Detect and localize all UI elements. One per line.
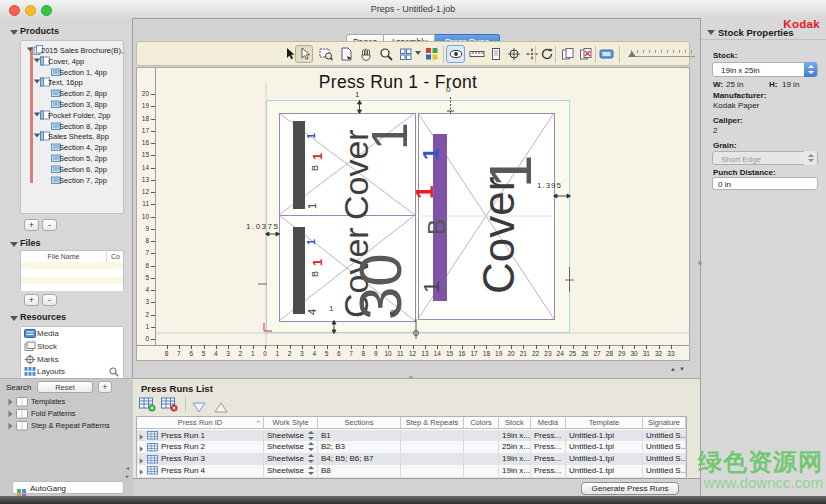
cell-colors[interactable] bbox=[464, 430, 499, 442]
delete-pages-icon[interactable] bbox=[579, 47, 593, 61]
panel-resize-handle[interactable] bbox=[698, 261, 702, 265]
add-search-button[interactable]: + bbox=[98, 381, 112, 393]
pattern-item-templates[interactable]: Templates bbox=[0, 396, 133, 408]
cell-colors[interactable] bbox=[464, 465, 499, 477]
press-run-row[interactable]: Press Run 1SheetwiseB119in x...Press...U… bbox=[137, 430, 686, 442]
move-up-icon[interactable] bbox=[214, 399, 228, 417]
measure-ruler-icon[interactable] bbox=[469, 47, 483, 61]
cell-id[interactable]: Press Run 3 bbox=[137, 453, 264, 465]
column-header-step_repeats[interactable]: Step & Repeats bbox=[401, 417, 464, 429]
cell-signature[interactable]: Untitled S.. bbox=[643, 453, 686, 465]
resources-disclosure-icon[interactable] bbox=[10, 316, 18, 321]
direct-select-arrow-icon[interactable] bbox=[298, 47, 312, 61]
cell-stock[interactable]: 19in x... bbox=[499, 453, 531, 465]
canvas-scroll-up-icon[interactable]: ▲ bbox=[670, 366, 676, 372]
remove-product-button[interactable]: - bbox=[42, 219, 57, 231]
column-header-sections[interactable]: Sections bbox=[318, 417, 401, 429]
cell-work_style[interactable]: Sheetwise bbox=[264, 441, 318, 453]
press-run-row[interactable]: Press Run 3SheetwiseB4; B5; B6; B719in x… bbox=[137, 453, 686, 465]
cell-work_style[interactable]: Sheetwise bbox=[264, 465, 318, 477]
cell-stock[interactable]: 19in x... bbox=[499, 430, 531, 442]
refresh-icon[interactable] bbox=[540, 47, 554, 61]
column-header-id[interactable]: Press Run ID^ bbox=[137, 417, 264, 429]
cell-id[interactable]: Press Run 1 bbox=[137, 430, 264, 442]
add-file-button[interactable]: + bbox=[24, 294, 39, 306]
panel-scroll-right-icon[interactable]: ▸ bbox=[126, 473, 129, 479]
tree-item-section-1-4pp[interactable]: Section 1, 4pp bbox=[21, 67, 123, 78]
registration-target-icon[interactable] bbox=[507, 47, 521, 61]
center-marks-icon[interactable] bbox=[525, 47, 539, 61]
canvas-scroll-down-icon[interactable]: ▼ bbox=[679, 366, 685, 372]
tree-item-pocket-folder-2pp[interactable]: Pocket Folder, 2pp bbox=[21, 110, 123, 121]
cell-signature[interactable]: Untitled S.. bbox=[643, 441, 686, 453]
grain-select[interactable]: Short Edge bbox=[712, 151, 818, 165]
cell-template[interactable]: Untitled-1.tpl bbox=[566, 430, 643, 442]
column-header-media[interactable]: Media bbox=[531, 417, 566, 429]
cell-colors[interactable] bbox=[464, 453, 499, 465]
row-disclosure-icon[interactable] bbox=[140, 458, 144, 464]
cell-template[interactable]: Untitled-1.tpl bbox=[566, 453, 643, 465]
sheet-nav-icon[interactable] bbox=[599, 47, 613, 61]
hand-tool-icon[interactable] bbox=[359, 47, 373, 61]
cell-media[interactable]: Press... bbox=[531, 453, 566, 465]
tree-item-section-4-2pp[interactable]: Section 4, 2pp bbox=[21, 142, 123, 153]
page-view-icon[interactable] bbox=[489, 47, 503, 61]
pattern-disclosure-icon[interactable] bbox=[9, 399, 13, 405]
cell-work_style[interactable]: Sheetwise bbox=[264, 453, 318, 465]
delete-press-run-icon[interactable] bbox=[161, 397, 179, 416]
punch-distance-input[interactable]: 0 in bbox=[712, 177, 818, 190]
cell-colors[interactable] bbox=[464, 441, 499, 453]
cell-sections[interactable]: B1 bbox=[318, 430, 401, 442]
pattern-item-fold-patterns[interactable]: Fold Patterns bbox=[0, 408, 133, 420]
tree-item-section-6-2pp[interactable]: Section 6, 2pp bbox=[21, 164, 123, 175]
tree-item-section-5-2pp[interactable]: Section 5, 2pp bbox=[21, 153, 123, 164]
tree-item-section-3-8pp[interactable]: Section 3, 8pp bbox=[21, 99, 123, 110]
files-disclosure-icon[interactable] bbox=[10, 242, 18, 247]
reset-search-button[interactable]: Reset bbox=[37, 381, 93, 393]
tree-item-sales-sheets-8pp[interactable]: Sales Sheets, 8pp bbox=[21, 131, 123, 142]
stock-properties-disclosure-icon[interactable] bbox=[707, 30, 715, 35]
pattern-item-step-repeat-patterns[interactable]: Step & Repeat Patterns bbox=[0, 420, 133, 432]
stock-stepper-icon[interactable] bbox=[804, 62, 817, 77]
zoom-tool-icon[interactable] bbox=[379, 47, 393, 61]
work-style-stepper-icon[interactable] bbox=[308, 454, 314, 463]
page-tool-icon[interactable] bbox=[339, 47, 353, 61]
cell-stock[interactable]: 19in x... bbox=[499, 465, 531, 477]
preview-eye-icon[interactable] bbox=[449, 47, 463, 61]
cell-template[interactable]: Untitled-1.tpl bbox=[566, 465, 643, 477]
zoom-slider[interactable] bbox=[629, 56, 695, 57]
tree-item-section-7-2pp[interactable]: Section 7, 2pp bbox=[21, 175, 123, 186]
cell-id[interactable]: Press Run 2 bbox=[137, 441, 264, 453]
cell-work_style[interactable]: Sheetwise bbox=[264, 430, 318, 442]
tree-item-section-2-8pp[interactable]: Section 2, 8pp bbox=[21, 88, 123, 99]
cell-signature[interactable]: Untitled S.. bbox=[643, 465, 686, 477]
cell-sections[interactable]: B2; B3 bbox=[318, 441, 401, 453]
select-arrow-icon[interactable] bbox=[283, 47, 297, 61]
cell-sections[interactable]: B8 bbox=[318, 465, 401, 477]
duplicate-pages-icon[interactable] bbox=[561, 47, 575, 61]
cell-step_repeats[interactable] bbox=[401, 453, 464, 465]
add-press-run-icon[interactable] bbox=[139, 397, 157, 416]
stock-select[interactable]: 19in x 25in bbox=[712, 62, 818, 77]
tree-item-text-16pp[interactable]: Text, 16pp bbox=[21, 77, 123, 88]
move-down-icon[interactable] bbox=[192, 399, 206, 417]
column-header-stock[interactable]: Stock bbox=[499, 417, 531, 429]
cell-id[interactable]: Press Run 4 bbox=[137, 465, 264, 477]
press-run-row[interactable]: Press Run 2SheetwiseB2; B325in x...Press… bbox=[137, 441, 686, 453]
cell-step_repeats[interactable] bbox=[401, 465, 464, 477]
cell-media[interactable]: Press... bbox=[531, 430, 566, 442]
press-run-row[interactable]: Press Run 4SheetwiseB819in x...Press...U… bbox=[137, 465, 686, 477]
zoom-slider-thumb[interactable] bbox=[628, 51, 636, 57]
marks-tool-icon[interactable] bbox=[425, 47, 439, 61]
panel-scroll-left-icon[interactable]: ◂ bbox=[126, 465, 129, 471]
column-header-work_style[interactable]: Work Style bbox=[264, 417, 318, 429]
pattern-disclosure-icon[interactable] bbox=[9, 423, 13, 429]
row-disclosure-icon[interactable] bbox=[140, 469, 144, 475]
cell-stock[interactable]: 25in x... bbox=[499, 441, 531, 453]
cell-step_repeats[interactable] bbox=[401, 430, 464, 442]
products-disclosure-icon[interactable] bbox=[10, 30, 18, 35]
imposition-canvas[interactable]: Press Run 1 - Front 20191817161514131211… bbox=[136, 67, 690, 361]
row-disclosure-icon[interactable] bbox=[140, 446, 144, 452]
pattern-disclosure-icon[interactable] bbox=[9, 411, 13, 417]
cell-media[interactable]: Press... bbox=[531, 441, 566, 453]
